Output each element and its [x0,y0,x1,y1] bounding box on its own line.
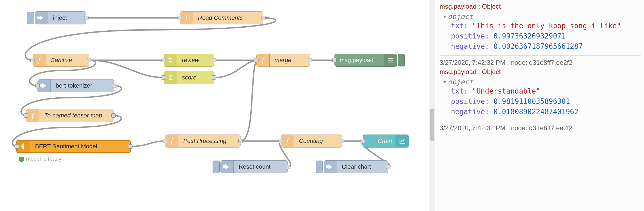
node-clear-chart[interactable]: Clear chart [324,160,388,173]
node-counting[interactable]: f Counting [281,135,342,148]
field-key: positive [451,32,485,40]
status-label: model is ready [26,156,61,162]
port-out[interactable] [238,139,243,143]
scroll-thumb[interactable] [430,108,434,141]
debug-message[interactable]: 3/27/2020, 7:42:32 PM node: d31e8ff7.ee2… [440,121,641,137]
port-in[interactable] [162,75,166,80]
port-out[interactable] [111,113,116,118]
node-status: model is ready [19,156,61,162]
port-in[interactable] [30,58,35,62]
function-icon: f [257,54,270,66]
inject-button[interactable] [316,161,323,173]
field-value: 0.018089022487401962 [494,108,579,116]
debug-content: msg.payload : Object object txt: "This i… [437,0,644,137]
port-in[interactable] [279,139,283,143]
chart-icon [396,135,409,147]
port-in[interactable] [24,113,28,118]
debug-field[interactable]: negative: 0.018089022487401962 [440,107,641,117]
node-label: bert-tokenizer [51,82,114,89]
debug-icon [384,54,397,66]
node-label: Reset count [234,163,288,170]
inject-button[interactable] [27,12,34,24]
node-label: Read Comments [193,14,263,21]
port-out[interactable] [128,144,132,149]
msg-meta: 3/27/2020, 7:42:32 PM node: d31e8ff7.ee2… [440,58,641,68]
object-toggle[interactable]: object [440,12,641,21]
port-out[interactable] [212,75,216,80]
node-post-processing[interactable]: f Post Processing [165,135,241,148]
debug-field[interactable]: txt: "Understandable" [440,86,641,96]
node-bert-tokenizer[interactable]: bert-tokenizer [37,79,114,92]
field-value: "Understandable" [472,87,540,95]
node-label: BERT Sentiment Model [30,143,130,150]
field-key: negative [451,42,485,50]
port-out[interactable] [261,16,266,20]
inject-button[interactable] [213,161,220,173]
node-label: Counting [294,138,342,145]
object-label: object [448,78,473,86]
msg-topic: msg.payload : Object [440,68,641,78]
object-label: object [448,12,473,21]
debug-toggle-button[interactable] [398,54,405,66]
node-to-named-tensor[interactable]: f To named tensor map [26,109,113,122]
debug-field[interactable]: positive: 0.997363269329071 [440,31,641,41]
debug-field[interactable]: negative: 0.0026367187965661287 [440,41,641,52]
model-icon [17,141,30,152]
port-out[interactable] [84,16,89,20]
debug-message[interactable]: msg.payload : Object object txt: "This i… [440,0,641,56]
debug-sidebar: msg.payload : Object object txt: "This i… [429,0,644,211]
function-icon: f [281,135,294,147]
node-label: msg.payload [335,57,384,64]
field-key: txt [451,87,464,95]
port-out[interactable] [286,165,290,169]
node-label: merge [270,57,310,64]
port-out[interactable] [112,84,116,88]
debug-scrollbar[interactable] [429,0,435,211]
node-label: Clear chart [337,163,388,170]
port-out[interactable] [212,58,216,62]
node-debug[interactable]: msg.payload [334,54,397,67]
node-score[interactable]: score [164,71,214,84]
node-inject[interactable]: inject [35,11,86,24]
switch-icon [164,54,177,66]
node-bert-model[interactable]: BERT Sentiment Model [16,140,131,153]
arrow-icon [221,161,234,173]
debug-field[interactable]: positive: 0.9819110035896301 [440,96,641,107]
msg-time: 3/27/2020, 7:42:32 PM [440,124,506,132]
arrow-icon [324,161,337,173]
node-chart[interactable]: Chart [363,135,409,148]
node-sanitize[interactable]: f Sanitize [33,54,89,67]
debug-message[interactable]: 3/27/2020, 7:42:32 PM node: d31e8ff7.ee2… [440,56,641,121]
port-in[interactable] [163,139,167,143]
port-out[interactable] [386,165,390,169]
field-key: txt [451,22,464,30]
port-out[interactable] [308,58,312,62]
node-merge[interactable]: f merge [256,54,310,67]
object-toggle[interactable]: object [440,78,641,86]
field-value: 0.9819110035896301 [494,97,570,106]
node-label: Post Processing [178,138,240,145]
arrow-icon [38,79,51,92]
node-label: review [177,57,214,64]
port-in[interactable] [15,144,19,149]
port-in[interactable] [178,16,182,20]
function-icon: f [26,109,39,122]
port-in[interactable] [254,58,258,62]
port-in[interactable] [332,58,337,62]
port-in[interactable] [361,139,365,143]
node-label: To named tensor map [39,112,113,119]
node-review[interactable]: review [164,54,214,67]
chevron-down-icon [443,16,446,18]
node-reset-count[interactable]: Reset count [220,160,288,173]
port-out[interactable] [87,58,91,62]
flow-canvas[interactable]: inject f Read Comments f Sanitize review… [0,0,429,211]
port-in[interactable] [162,58,166,62]
field-value: 0.997363269329071 [494,32,566,40]
node-read-comments[interactable]: f Read Comments [180,11,263,24]
port-in[interactable] [35,84,40,88]
node-label: Sanitize [46,57,89,64]
port-out[interactable] [340,139,344,143]
node-label: inject [48,14,86,21]
msg-meta: 3/27/2020, 7:42:32 PM node: d31e8ff7.ee2… [440,123,641,133]
debug-field[interactable]: txt: "This is the only kpop song i like" [440,21,641,31]
